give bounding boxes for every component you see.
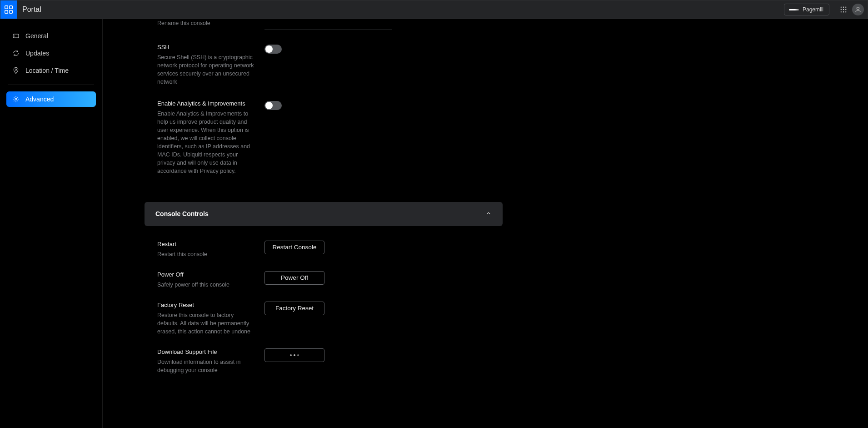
svg-point-11 [843,11,844,12]
svg-point-10 [841,11,842,12]
setting-desc: Secure Shell (SSH) is a cryptographic ne… [157,53,255,86]
rename-input[interactable] [264,20,392,30]
svg-point-8 [843,9,844,10]
setting-ssh: SSH Secure Shell (SSH) is a cryptographi… [145,38,503,95]
svg-point-13 [857,7,859,10]
svg-point-12 [845,11,846,12]
advanced-settings: Rename this console SSH Secure Shell (SS… [145,19,503,184]
svg-point-7 [841,9,842,10]
svg-rect-1 [10,6,12,9]
setting-title: Enable Analytics & Improvements [157,100,255,107]
setting-desc: Restore this console to factory defaults… [157,311,255,336]
sidebar-item-label: Advanced [25,96,54,103]
loading-dots-icon [290,354,299,356]
control-restart: Restart Restart this console Restart Con… [145,234,503,265]
svg-point-5 [843,7,844,8]
svg-point-4 [841,7,842,8]
sidebar-item-label: Location / Time [25,67,69,74]
sidebar-item-general[interactable]: General [6,28,96,44]
console-controls-header[interactable]: Console Controls [145,202,503,226]
setting-title: Factory Reset [157,302,255,308]
setting-title: Restart [157,241,255,247]
svg-rect-0 [5,6,8,9]
user-icon [854,6,862,13]
svg-point-18 [15,98,17,100]
svg-rect-3 [10,10,12,13]
svg-point-9 [845,9,846,10]
setting-analytics: Enable Analytics & Improvements Enable A… [145,95,503,184]
power-off-button[interactable]: Power Off [264,271,324,285]
apps-grid-button[interactable] [838,4,849,15]
app-title: Portal [22,5,41,14]
sidebar-item-advanced[interactable]: Advanced [6,91,96,107]
analytics-toggle[interactable] [264,101,282,110]
setting-desc: Enable Analytics & Improvements to help … [157,110,255,176]
factory-reset-button[interactable]: Factory Reset [264,302,324,315]
setting-desc: Restart this console [157,250,255,258]
svg-rect-2 [5,10,8,13]
brand-mark-icon [789,7,799,12]
sidebar-item-updates[interactable]: Updates [6,45,96,61]
dashboard-icon [4,5,14,15]
gear-icon [12,95,20,103]
control-factory-reset: Factory Reset Restore this console to fa… [145,295,503,342]
chevron-up-icon [485,210,492,218]
restart-console-button[interactable]: Restart Console [264,241,324,254]
section-title: Console Controls [155,210,209,217]
sidebar: General Updates Location / Time Advanced [0,19,103,428]
setting-rename: Rename this console [145,19,503,38]
topbar: Portal Pagemill [0,0,868,19]
svg-rect-14 [13,34,19,38]
sidebar-divider [8,85,94,85]
setting-title: Power Off [157,271,255,278]
sidebar-item-location-time[interactable]: Location / Time [6,63,96,78]
setting-desc: Download information to assist in debugg… [157,358,255,374]
user-avatar-button[interactable] [852,4,864,15]
setting-desc: Rename this console [157,19,255,27]
app-logo[interactable] [0,0,17,19]
setting-title: SSH [157,44,255,50]
sidebar-item-label: Updates [25,50,49,57]
sidebar-item-label: General [25,32,48,40]
console-icon [12,32,20,40]
download-support-file-button[interactable] [264,348,324,362]
console-controls-body: Restart Restart this console Restart Con… [145,234,503,381]
svg-point-17 [15,69,16,70]
setting-title: Download Support File [157,348,255,355]
location-icon [12,66,20,75]
svg-point-6 [845,7,846,8]
content-area: Rename this console SSH Secure Shell (SS… [103,19,868,428]
refresh-icon [12,49,20,57]
account-label: Pagemill [803,6,823,13]
control-poweroff: Power Off Safely power off this console … [145,265,503,295]
account-selector[interactable]: Pagemill [784,4,829,15]
setting-desc: Safely power off this console [157,281,255,289]
control-support-file: Download Support File Download informati… [145,342,503,381]
grid-icon [839,5,848,14]
ssh-toggle[interactable] [264,45,282,54]
